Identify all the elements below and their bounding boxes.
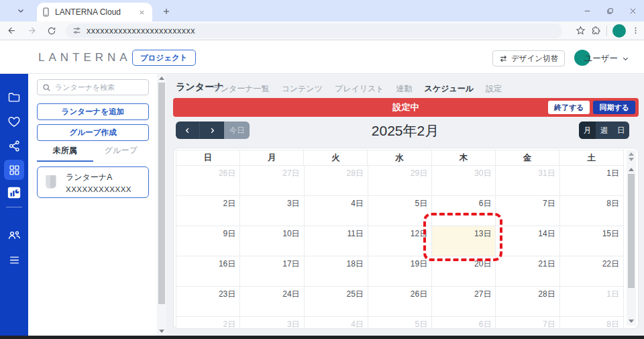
view-day-button[interactable]: 日 xyxy=(612,122,629,139)
calendar-scroll-down-icon[interactable] xyxy=(629,320,634,323)
scroll-down-arrow-icon[interactable] xyxy=(159,330,164,333)
calendar-day-cell[interactable]: 22日 xyxy=(560,256,624,287)
tab-link[interactable]: 連動 xyxy=(396,83,413,99)
calendar-day-cell[interactable]: 27日 xyxy=(432,287,496,317)
reload-button[interactable] xyxy=(43,23,60,39)
sidebar-item-share[interactable] xyxy=(4,136,24,156)
back-button[interactable] xyxy=(3,23,20,39)
calendar-day-cell[interactable]: 20日 xyxy=(432,256,496,287)
calendar-day-cell[interactable]: 1日 xyxy=(560,287,624,317)
calendar-day-cell[interactable]: 28日 xyxy=(496,287,559,317)
panel-scrollbar[interactable] xyxy=(157,74,166,336)
calendar-scroll-up-icon[interactable] xyxy=(629,168,634,171)
project-button[interactable]: プロジェクト xyxy=(132,50,196,66)
calendar-day-cell[interactable]: 28日 xyxy=(305,166,368,196)
calendar-scrollbar-thumb[interactable] xyxy=(628,174,635,288)
calendar-day-cell[interactable]: 8日 xyxy=(560,196,624,226)
calendar-day-cell[interactable]: 25日 xyxy=(305,287,368,317)
browser-menu-icon[interactable] xyxy=(631,26,640,35)
sidebar-item-list[interactable] xyxy=(4,250,24,270)
calendar-day-cell[interactable]: 8日 xyxy=(560,317,624,328)
calendar-day-cell[interactable]: 6日 xyxy=(432,196,496,226)
calendar-day-cell[interactable]: 14日 xyxy=(496,226,559,256)
prev-month-button[interactable] xyxy=(176,122,200,139)
calendar-day-cell[interactable]: 24日 xyxy=(240,287,304,317)
search-icon xyxy=(42,83,51,92)
tab-contents[interactable]: コンテンツ xyxy=(282,83,323,99)
user-menu[interactable]: ユーザー xyxy=(584,53,629,64)
calendar-day-cell[interactable]: 4日 xyxy=(305,317,368,328)
calendar-day-cell[interactable]: 9日 xyxy=(176,226,240,256)
calendar-day-cell[interactable]: 21日 xyxy=(496,256,559,287)
calendar-day-cell[interactable]: 5日 xyxy=(368,317,432,328)
create-group-button[interactable]: グループ作成 xyxy=(37,124,149,141)
calendar-day-cell[interactable]: 3日 xyxy=(240,317,304,328)
tab-search-chevron-icon[interactable] xyxy=(13,5,28,17)
panel-scrollbar-thumb[interactable] xyxy=(158,83,165,304)
sidebar-item-analytics[interactable] xyxy=(4,183,24,203)
calendar-day-cell[interactable]: 16日 xyxy=(176,256,240,287)
calendar-scrollbar[interactable] xyxy=(627,150,636,326)
calendar-day-cell[interactable]: 17日 xyxy=(240,256,304,287)
calendar-day-cell[interactable]: 15日 xyxy=(560,226,624,256)
add-lanterna-button[interactable]: ランターナを追加 xyxy=(37,103,149,120)
sync-button[interactable]: 同期する xyxy=(593,101,635,114)
window-maximize-button[interactable] xyxy=(598,0,621,21)
search-input[interactable] xyxy=(55,83,142,91)
sidebar-item-folder[interactable] xyxy=(4,87,24,107)
calendar-day-cell[interactable]: 27日 xyxy=(240,166,304,196)
calendar-day-cell[interactable]: 5日 xyxy=(368,196,432,226)
calendar-day-cell[interactable]: 26日 xyxy=(368,287,432,317)
calendar-day-cell[interactable]: 19日 xyxy=(368,256,432,287)
tab-close-icon[interactable] xyxy=(136,7,147,17)
mini-scroll-down-icon[interactable] xyxy=(629,158,634,161)
calendar-day-cell[interactable]: 18日 xyxy=(305,256,368,287)
calendar-day-cell[interactable]: 7日 xyxy=(496,317,559,328)
tab-group[interactable]: グループ xyxy=(93,145,150,162)
bookmark-star-icon[interactable] xyxy=(576,26,586,36)
calendar-day-cell[interactable]: 29日 xyxy=(368,166,432,196)
tab-lanterna-list[interactable]: ランターナ一覧 xyxy=(212,83,269,99)
browser-profile-avatar[interactable] xyxy=(612,24,626,38)
browser-tab[interactable]: LANTERNA Cloud xyxy=(37,3,152,21)
calendar-day-cell[interactable]: 26日 xyxy=(176,166,240,196)
next-month-button[interactable] xyxy=(200,122,224,139)
calendar-day-cell[interactable]: 4日 xyxy=(305,196,368,226)
calendar-day-cell[interactable]: 31日 xyxy=(496,166,559,196)
extensions-icon[interactable] xyxy=(591,26,601,36)
device-search[interactable] xyxy=(37,79,149,95)
calendar-day-cell[interactable]: 10日 xyxy=(240,226,304,256)
window-close-button[interactable] xyxy=(621,0,644,21)
view-month-button[interactable]: 月 xyxy=(579,122,596,139)
calendar-day-cell[interactable]: 23日 xyxy=(176,287,240,317)
calendar-day-cell[interactable]: 2日 xyxy=(176,196,240,226)
tab-unassigned[interactable]: 未所属 xyxy=(37,145,93,162)
mini-scroll-up-icon[interactable] xyxy=(629,152,634,156)
calendar-day-cell[interactable]: 3日 xyxy=(240,196,304,226)
site-settings-icon[interactable] xyxy=(72,26,81,35)
tab-playlist[interactable]: プレイリスト xyxy=(335,83,384,99)
window-minimize-button[interactable] xyxy=(576,0,598,21)
scroll-up-arrow-icon[interactable] xyxy=(159,77,164,80)
tab-settings[interactable]: 設定 xyxy=(486,83,502,99)
url-bar[interactable]: xxxxxxxxxxxxxxxxxxxxxxxx xyxy=(66,23,562,38)
view-week-button[interactable]: 週 xyxy=(596,122,612,139)
calendar-day-cell[interactable]: 2日 xyxy=(176,317,240,328)
calendar-day-cell[interactable]: 11日 xyxy=(305,226,368,256)
today-button[interactable]: 今日 xyxy=(224,122,250,139)
end-button[interactable]: 終了する xyxy=(548,101,590,114)
sidebar-item-team[interactable] xyxy=(4,225,24,245)
new-tab-button[interactable] xyxy=(160,5,173,18)
sidebar-item-dashboard[interactable] xyxy=(4,160,24,180)
forward-button[interactable] xyxy=(23,23,40,39)
calendar-day-cell[interactable]: 6日 xyxy=(432,317,496,328)
calendar-day-cell[interactable]: 30日 xyxy=(432,166,496,196)
design-toggle-button[interactable]: デザイン切替 xyxy=(492,50,565,66)
tab-schedule[interactable]: スケジュール xyxy=(425,83,474,99)
device-card[interactable]: ランターナA XXXXXXXXXXXX xyxy=(37,166,149,198)
calendar-day-cell[interactable]: 13日 xyxy=(432,226,496,256)
calendar-day-cell[interactable]: 1日 xyxy=(560,166,624,196)
calendar-day-cell[interactable]: 7日 xyxy=(496,196,559,226)
calendar-day-cell[interactable]: 12日 xyxy=(368,226,432,256)
sidebar-item-favorites[interactable] xyxy=(4,111,24,132)
